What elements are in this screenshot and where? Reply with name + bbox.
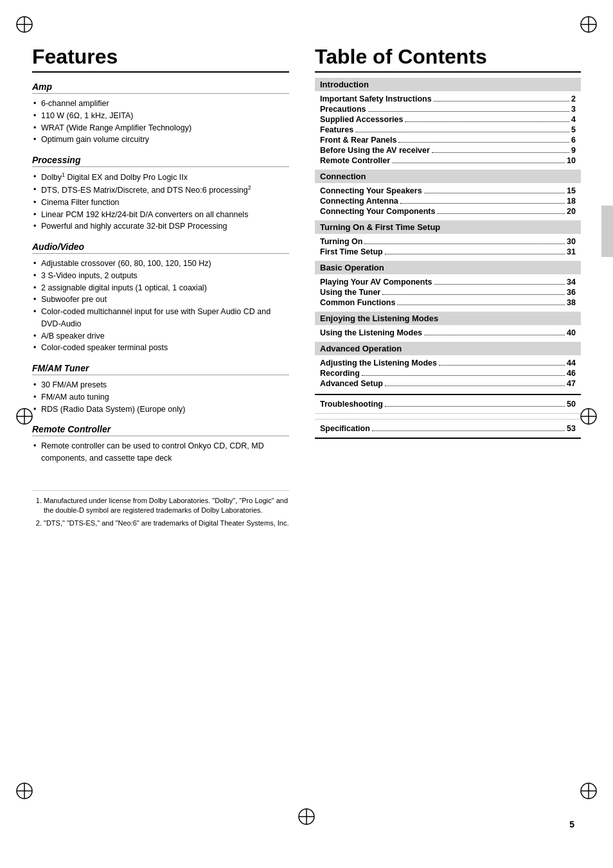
amp-item-4: Optimum gain volume circuitry (32, 134, 289, 146)
toc-entry-precautions: Precautions 3 (315, 104, 581, 114)
corner-mark-br (576, 778, 601, 804)
toc-entry-features: Features 5 (315, 125, 581, 135)
toc-entry-panels: Front & Rear Panels 6 (315, 135, 581, 145)
footnote-2: "DTS," "DTS-ES," and "Neo:6" are tradema… (44, 518, 289, 528)
av-item-4: Subwoofer pre out (32, 294, 289, 306)
toc-advanced-block: Advanced Operation Adjusting the Listeni… (315, 342, 581, 389)
toc-entry-troubleshooting: Troubleshooting 50 (315, 399, 581, 409)
toc-connection-block: Connection Connecting Your Speakers 15 C… (315, 170, 581, 217)
toc-section: Table of Contents Introduction Important… (315, 45, 581, 531)
toc-introduction-block: Introduction Important Safety Instructio… (315, 78, 581, 166)
remote-heading: Remote Controller (32, 424, 289, 436)
toc-header-turnon: Turning On & First Time Setup (315, 220, 581, 234)
toc-header-introduction: Introduction (315, 78, 581, 91)
features-section: Features Amp 6-channel amplifier 110 W (… (32, 45, 289, 531)
features-title: Features (32, 45, 289, 73)
toc-entry-speakers: Connecting Your Speakers 15 (315, 186, 581, 196)
toc-entry-components: Connecting Your Components 20 (315, 206, 581, 217)
toc-header-basic: Basic Operation (315, 261, 581, 274)
toc-header-connection: Connection (315, 170, 581, 183)
amp-item-2: 110 W (6Ω, 1 kHz, JEITA) (32, 110, 289, 122)
fmam-heading: FM/AM Tuner (32, 363, 289, 375)
proc-item-3: Cinema Filter function (32, 197, 289, 209)
toc-entry-accessories: Supplied Accessories 4 (315, 114, 581, 125)
amp-heading: Amp (32, 82, 289, 94)
toc-entry-common: Common Functions 38 (315, 297, 581, 308)
toc-entry-advanced-setup: Advanced Setup 47 (315, 378, 581, 389)
toc-entry-turningon: Turning On 30 (315, 236, 581, 247)
fmam-item-2: FM/AM auto tuning (32, 391, 289, 403)
av-item-7: Color-coded speaker terminal posts (32, 342, 289, 354)
toc-entry-using-listening: Using the Listening Modes 40 (315, 328, 581, 338)
toc-entry-adjusting: Adjusting the Listening Modes 44 (315, 358, 581, 368)
amp-item-1: 6-channel amplifier (32, 98, 289, 110)
page: Features Amp 6-channel amplifier 110 W (… (0, 0, 613, 868)
gray-tab (601, 206, 613, 257)
footnote-1: Manufactured under license from Dolby La… (44, 496, 289, 516)
toc-header-enjoying: Enjoying the Listening Modes (315, 312, 581, 325)
bottom-center-mark (294, 804, 319, 829)
av-item-6: A/B speaker drive (32, 330, 289, 342)
footnotes: Manufactured under license from Dolby La… (32, 490, 289, 528)
av-item-2: 3 S-Video inputs, 2 outputs (32, 270, 289, 282)
proc-item-5: Powerful and highly accurate 32-bit DSP … (32, 220, 289, 233)
corner-mark-tl (12, 12, 37, 37)
toc-entry-remote: Remote Controller 10 (315, 155, 581, 166)
toc-title: Table of Contents (315, 45, 581, 73)
fmam-list: 30 FM/AM presets FM/AM auto tuning RDS (… (32, 379, 289, 415)
toc-troubleshooting-block: Troubleshooting 50 (315, 394, 581, 414)
processing-list: Dolby1 Digital EX and Dolby Pro Logic II… (32, 171, 289, 233)
toc-basic-block: Basic Operation Playing Your AV Componen… (315, 261, 581, 308)
corner-mark-bl (12, 778, 37, 804)
amp-list: 6-channel amplifier 110 W (6Ω, 1 kHz, JE… (32, 98, 289, 146)
toc-entry-before-using: Before Using the AV receiver 9 (315, 145, 581, 155)
toc-entry-safety: Important Safety Instructions 2 (315, 94, 581, 104)
toc-entry-antenna: Connecting Antenna 18 (315, 196, 581, 206)
toc-specification-block: Specification 53 (315, 419, 581, 439)
toc-entry-firsttime: First Time Setup 31 (315, 247, 581, 257)
amp-item-3: WRAT (Wide Range Amplifier Technology) (32, 122, 289, 134)
proc-item-4: Linear PCM 192 kHz/24-bit D/A converters… (32, 209, 289, 221)
fmam-item-1: 30 FM/AM presets (32, 379, 289, 391)
remote-item-1: Remote controller can be used to control… (32, 440, 289, 465)
mid-right-mark (576, 403, 601, 429)
page-number: 5 (569, 819, 574, 829)
proc-item-1: Dolby1 Digital EX and Dolby Pro Logic II… (32, 171, 289, 184)
toc-turnon-block: Turning On & First Time Setup Turning On… (315, 220, 581, 257)
fmam-item-3: RDS (Radio Data System) (Europe only) (32, 403, 289, 416)
proc-item-2: DTS, DTS-ES Matrix/Discrete, and DTS Neo… (32, 184, 289, 197)
av-item-5: Color-coded multichannel input for use w… (32, 306, 289, 330)
toc-entry-recording: Recording 46 (315, 368, 581, 378)
toc-enjoying-block: Enjoying the Listening Modes Using the L… (315, 312, 581, 338)
audiovideo-list: Adjustable crossover (60, 80, 100, 120, … (32, 258, 289, 354)
remote-list: Remote controller can be used to control… (32, 440, 289, 465)
toc-entry-tuner: Using the Tuner 36 (315, 287, 581, 297)
toc-entry-specification: Specification 53 (315, 423, 581, 434)
audiovideo-heading: Audio/Video (32, 242, 289, 254)
toc-entry-playing: Playing Your AV Components 34 (315, 277, 581, 287)
av-item-1: Adjustable crossover (60, 80, 100, 120, … (32, 258, 289, 270)
toc-header-advanced: Advanced Operation (315, 342, 581, 355)
processing-heading: Processing (32, 155, 289, 167)
av-item-3: 2 assignable digital inputs (1 optical, … (32, 282, 289, 294)
corner-mark-tr (576, 12, 601, 37)
